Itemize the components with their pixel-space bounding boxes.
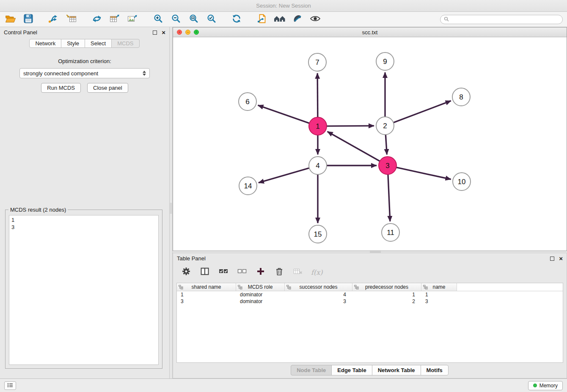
search-icon [444, 16, 449, 23]
import-table-button[interactable] [64, 13, 79, 26]
column-tree-icon [179, 285, 183, 291]
minimize-window-icon[interactable]: − [185, 30, 190, 35]
tab-motifs[interactable]: Motifs [421, 365, 449, 375]
close-table-panel-icon[interactable]: × [559, 255, 563, 262]
select-all-button[interactable] [218, 267, 229, 278]
export-table-button[interactable] [107, 13, 122, 26]
node-3[interactable]: 3 [379, 157, 396, 174]
column-header-label: successor nodes [299, 284, 337, 290]
close-panel-button[interactable]: Close panel [87, 83, 128, 93]
optimization-criterion-label: Optimization criterion: [0, 58, 169, 64]
table-cell: 4 [285, 291, 352, 298]
edge-1-2[interactable] [327, 126, 374, 126]
toolbar-search-field[interactable] [440, 15, 563, 24]
node-8[interactable]: 8 [452, 88, 470, 106]
tab-network[interactable]: Network [29, 39, 61, 48]
table-panel-title: Table Panel [177, 255, 206, 262]
node-11[interactable]: 11 [382, 224, 399, 241]
column-header-predecessor-nodes[interactable]: predecessor nodes [352, 283, 421, 291]
column-header-mcds-role[interactable]: MCDS role [236, 283, 285, 291]
open-folder-icon [5, 14, 16, 25]
zoom-selected-icon [206, 14, 216, 25]
show-column-button[interactable] [199, 267, 210, 278]
delete-row-button[interactable] [274, 267, 285, 278]
table-row[interactable]: 1dominator411 [177, 291, 563, 298]
edge-3-10[interactable] [396, 167, 451, 179]
tab-select[interactable]: Select [85, 39, 112, 48]
edge-3-11[interactable] [388, 174, 390, 221]
column-header-shared-name[interactable]: shared name [177, 283, 236, 291]
node-7[interactable]: 7 [308, 53, 326, 71]
edge-2-3[interactable] [385, 135, 387, 155]
open-file-button[interactable] [3, 13, 18, 26]
search-input[interactable] [451, 17, 559, 22]
window-title: Session: New Session [256, 3, 311, 9]
float-table-panel-icon[interactable] [550, 257, 554, 261]
zoom-fit-button[interactable] [186, 13, 201, 26]
zoom-out-icon [171, 14, 181, 25]
edge-1-7[interactable] [317, 73, 318, 117]
dropdown-arrows-icon [143, 71, 146, 76]
table-cell: 1 [177, 291, 236, 298]
network-canvas[interactable]: 1234678910111415 [173, 38, 567, 251]
memory-button[interactable]: Memory [528, 381, 563, 390]
function-builder-button[interactable]: f(x) [311, 267, 322, 278]
column-header-name[interactable]: name [421, 283, 457, 291]
node-6[interactable]: 6 [239, 93, 256, 110]
edge-1-6[interactable] [258, 105, 310, 123]
export-image-button[interactable] [125, 13, 140, 26]
node-10[interactable]: 10 [453, 173, 471, 190]
table-row[interactable]: 3dominator323 [177, 298, 563, 305]
tab-edge-table[interactable]: Edge Table [331, 365, 372, 375]
mcds-result-title: MCDS result (2 nodes) [8, 207, 68, 213]
add-row-button[interactable] [255, 267, 266, 278]
zoom-window-icon[interactable]: + [194, 30, 199, 35]
node-1[interactable]: 1 [309, 117, 327, 135]
node-9[interactable]: 9 [376, 52, 394, 70]
tab-mcds[interactable]: MCDS [111, 39, 139, 48]
list-icon [7, 382, 13, 389]
column-tree-icon [354, 285, 359, 291]
criterion-dropdown[interactable]: strongly connected component [19, 68, 150, 78]
float-panel-icon[interactable] [153, 30, 157, 35]
node-label: 7 [315, 58, 319, 66]
zoom-out-button[interactable] [168, 13, 183, 26]
edge-3-1[interactable] [328, 132, 380, 161]
table-cell: 3 [421, 298, 457, 305]
vertical-splitter[interactable] [169, 27, 173, 378]
graph-svg[interactable]: 1234678910111415 [173, 38, 567, 251]
task-history-button[interactable] [4, 381, 16, 390]
vertical-splitter-grip[interactable] [170, 203, 172, 214]
node-15[interactable]: 15 [309, 225, 327, 243]
node-2[interactable]: 2 [376, 117, 394, 135]
column-tree-icon [238, 285, 242, 291]
tab-style[interactable]: Style [61, 39, 85, 48]
tab-network-table[interactable]: Network Table [372, 365, 421, 375]
delete-column-button[interactable] [292, 267, 303, 278]
tab-node-table[interactable]: Node Table [291, 365, 332, 375]
zoom-selected-button[interactable] [204, 13, 218, 26]
edge-2-8[interactable] [394, 101, 451, 122]
close-panel-icon[interactable]: × [162, 29, 165, 36]
style-button[interactable] [290, 13, 305, 26]
visibility-button[interactable] [308, 13, 322, 26]
close-window-icon[interactable]: × [177, 30, 182, 35]
fx-icon: f(x) [311, 268, 322, 276]
export-network-button[interactable] [90, 13, 104, 26]
edge-4-14[interactable] [259, 168, 309, 183]
node-label: 8 [459, 93, 463, 101]
deselect-all-button[interactable] [237, 267, 248, 278]
node-14[interactable]: 14 [239, 177, 257, 195]
run-mcds-button[interactable]: Run MCDS [41, 83, 81, 93]
node-4[interactable]: 4 [309, 157, 327, 174]
zoom-in-button[interactable] [151, 13, 165, 26]
refresh-button[interactable] [229, 13, 244, 26]
home-button[interactable] [272, 13, 287, 26]
refresh-icon [231, 14, 242, 25]
column-header-successor-nodes[interactable]: successor nodes [285, 283, 352, 291]
import-network-button[interactable] [47, 13, 61, 26]
annotation-button[interactable] [255, 13, 269, 26]
save-session-button[interactable] [21, 13, 36, 26]
table-settings-button[interactable] [181, 267, 192, 278]
mcds-result-list[interactable]: 1 3 [9, 215, 159, 365]
